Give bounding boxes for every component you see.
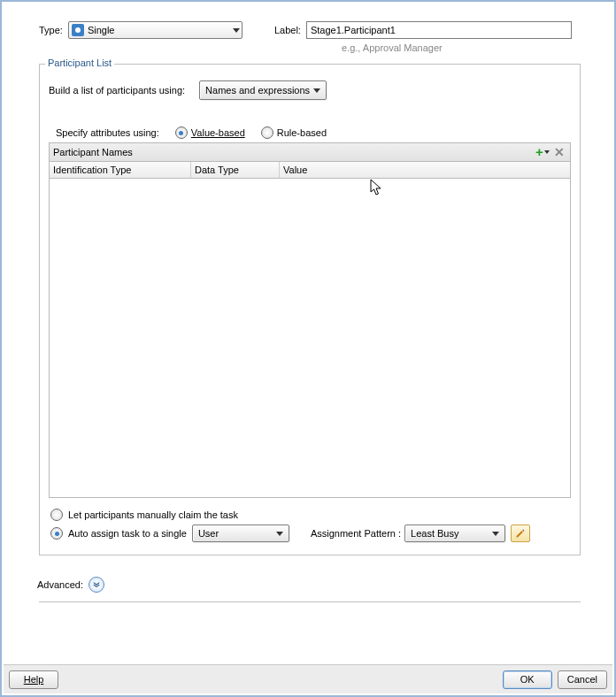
type-value: Single [88, 25, 229, 35]
col-data-type[interactable]: Data Type [191, 162, 280, 178]
manual-claim-row: Let participants manually claim the task [50, 509, 571, 521]
type-combobox[interactable]: Single [68, 21, 243, 39]
delete-participant-button[interactable]: ✕ [552, 145, 566, 159]
value-based-radio[interactable]: Value-based [175, 126, 245, 139]
chevron-down-icon [233, 28, 240, 33]
dialog-window: Type: Single Label: e.g., Approval Manag… [0, 0, 616, 697]
pencil-icon [515, 528, 526, 539]
ok-button[interactable]: OK [503, 670, 552, 689]
double-chevron-down-icon [93, 581, 100, 588]
participant-list-legend: Participant List [45, 57, 114, 68]
cancel-button[interactable]: Cancel [558, 670, 607, 689]
radio-icon [175, 126, 188, 139]
build-list-value: Names and expressions [205, 85, 310, 96]
assignment-pattern-label: Assignment Pattern : [311, 528, 401, 539]
build-list-row: Build a list of participants using: Name… [49, 80, 571, 100]
auto-assign-row: Auto assign task to a single User Assign… [50, 525, 571, 542]
participant-names-table-body[interactable] [49, 179, 571, 498]
dialog-button-bar: Help OK Cancel [4, 664, 612, 693]
rule-based-radio[interactable]: Rule-based [261, 126, 327, 139]
label-input[interactable] [306, 21, 572, 39]
table-column-headers: Identification Type Data Type Value [49, 162, 571, 179]
build-list-dropdown[interactable]: Names and expressions [199, 80, 327, 100]
specify-attributes-label: Specify attributes using: [56, 127, 159, 138]
auto-assign-target-dropdown[interactable]: User [192, 525, 289, 542]
chevron-down-icon [313, 88, 320, 93]
participant-list-group: Participant List Build a list of partici… [39, 64, 581, 555]
separator [39, 601, 581, 602]
content-scroll-pane[interactable]: Type: Single Label: e.g., Approval Manag… [4, 4, 612, 663]
value-based-label: Value-based [191, 127, 245, 138]
help-button[interactable]: Help [9, 670, 58, 689]
rule-based-label: Rule-based [277, 127, 327, 138]
ok-button-label: OK [520, 674, 535, 685]
advanced-row: Advanced: [37, 577, 581, 593]
auto-assign-radio[interactable] [50, 527, 63, 540]
plus-icon: + [535, 147, 543, 157]
chevron-down-icon [276, 532, 283, 536]
auto-assign-target-value: User [198, 528, 273, 539]
help-button-label: Help [24, 674, 44, 685]
auto-assign-label: Auto assign task to a single [68, 528, 187, 539]
participant-icon [72, 24, 84, 36]
specify-attributes-row: Specify attributes using: Value-based Ru… [56, 126, 571, 139]
build-list-label: Build a list of participants using: [49, 85, 185, 96]
col-identification-type[interactable]: Identification Type [50, 162, 191, 178]
chevron-down-icon [544, 150, 550, 154]
advanced-label: Advanced: [37, 579, 83, 590]
chevron-down-icon [492, 532, 499, 536]
assignment-pattern-value: Least Busy [411, 528, 489, 539]
participant-names-title: Participant Names [53, 147, 533, 157]
participant-names-header: Participant Names + ✕ [49, 142, 571, 162]
close-icon: ✕ [554, 145, 565, 159]
advanced-toggle-button[interactable] [89, 577, 104, 593]
type-label-row: Type: Single Label: [39, 21, 581, 39]
content-inner: Type: Single Label: e.g., Approval Manag… [4, 4, 605, 611]
cancel-button-label: Cancel [567, 674, 597, 685]
label-hint-text: e.g., Approval Manager [342, 42, 581, 53]
manual-claim-radio[interactable] [50, 509, 63, 521]
type-label: Type: [39, 25, 63, 35]
add-participant-button[interactable]: + [535, 145, 550, 159]
assignment-pattern-dropdown[interactable]: Least Busy [404, 525, 505, 542]
col-value[interactable]: Value [280, 162, 570, 178]
manual-claim-label: Let participants manually claim the task [68, 509, 238, 520]
edit-pattern-button[interactable] [511, 525, 530, 542]
label-label: Label: [274, 25, 301, 35]
radio-icon [261, 126, 273, 139]
